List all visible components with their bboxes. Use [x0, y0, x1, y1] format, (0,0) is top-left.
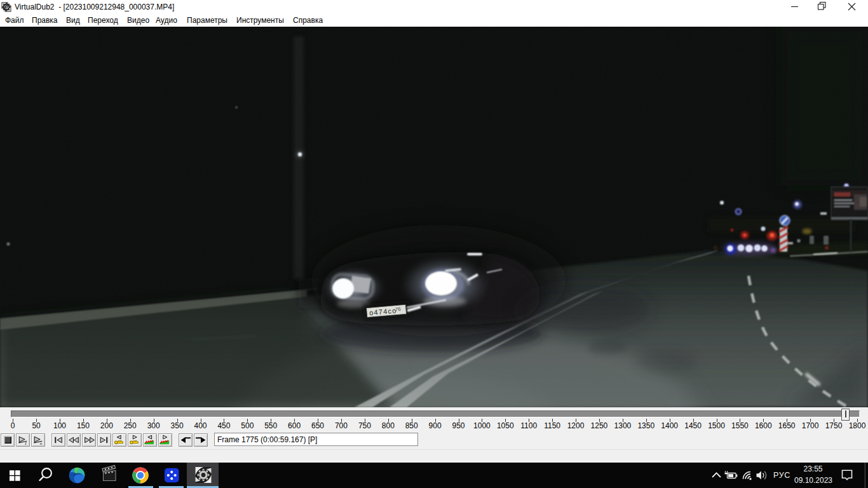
svg-text:РУС: РУС: [773, 471, 790, 480]
svg-text:09.10.2023: 09.10.2023: [794, 476, 832, 485]
svg-text:o: o: [40, 441, 43, 445]
svg-text:23:55: 23:55: [803, 464, 822, 473]
